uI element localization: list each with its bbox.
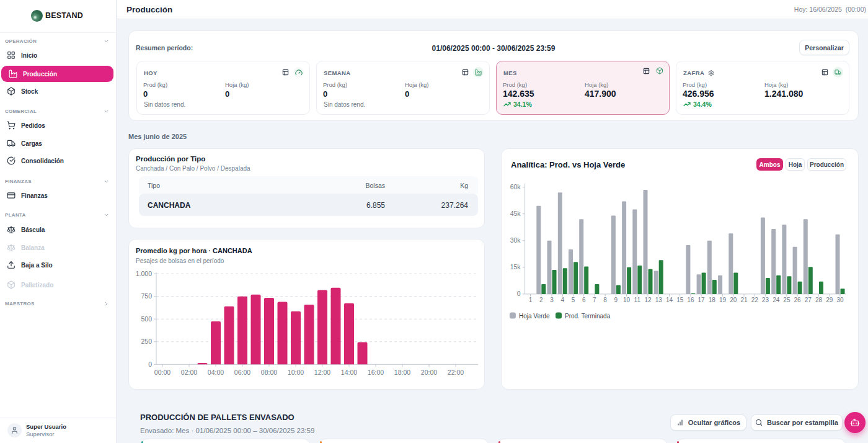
svg-text:250: 250 — [141, 338, 152, 345]
svg-text:23: 23 — [762, 297, 769, 303]
svg-text:4: 4 — [561, 297, 565, 303]
svg-text:18: 18 — [709, 297, 716, 303]
svg-text:22:00: 22:00 — [448, 369, 464, 376]
svg-text:Prod. Terminada: Prod. Terminada — [565, 313, 611, 320]
svg-text:500: 500 — [141, 315, 152, 323]
svg-text:10:00: 10:00 — [288, 369, 304, 376]
svg-text:04:00: 04:00 — [208, 369, 224, 376]
svg-text:0: 0 — [148, 360, 152, 368]
svg-text:2: 2 — [539, 297, 543, 303]
svg-text:14:00: 14:00 — [341, 369, 357, 376]
svg-text:30: 30 — [836, 297, 844, 303]
svg-text:21: 21 — [740, 297, 748, 303]
svg-text:10: 10 — [623, 297, 631, 303]
svg-text:17: 17 — [698, 297, 706, 303]
svg-text:11: 11 — [634, 297, 641, 303]
svg-text:8: 8 — [603, 297, 607, 303]
svg-text:14: 14 — [666, 297, 673, 303]
svg-text:1.000: 1.000 — [136, 270, 152, 277]
svg-text:00:00: 00:00 — [154, 369, 170, 376]
svg-text:08:00: 08:00 — [261, 369, 277, 376]
svg-text:7: 7 — [593, 297, 596, 303]
svg-text:13: 13 — [655, 297, 663, 303]
svg-text:16: 16 — [687, 297, 694, 303]
svg-text:30k: 30k — [510, 236, 521, 244]
svg-text:6: 6 — [582, 297, 586, 303]
svg-text:28: 28 — [815, 297, 823, 303]
svg-text:Hoja Verde: Hoja Verde — [519, 313, 550, 320]
svg-text:19: 19 — [719, 297, 727, 303]
svg-text:20:00: 20:00 — [421, 369, 437, 376]
svg-text:750: 750 — [141, 292, 152, 300]
svg-text:9: 9 — [614, 297, 618, 303]
svg-text:02:00: 02:00 — [181, 369, 197, 376]
svg-text:16:00: 16:00 — [368, 369, 384, 376]
svg-text:26: 26 — [794, 297, 802, 303]
svg-text:12: 12 — [644, 297, 652, 303]
svg-text:18:00: 18:00 — [394, 369, 410, 376]
svg-text:20: 20 — [730, 297, 737, 303]
svg-text:1: 1 — [529, 297, 533, 303]
svg-text:15: 15 — [676, 297, 684, 303]
svg-text:12:00: 12:00 — [314, 369, 330, 376]
svg-text:15k: 15k — [510, 263, 521, 271]
svg-text:29: 29 — [826, 297, 833, 303]
svg-text:24: 24 — [773, 297, 780, 303]
svg-text:22: 22 — [751, 297, 759, 303]
svg-text:60k: 60k — [510, 183, 521, 190]
svg-text:5: 5 — [572, 297, 575, 303]
svg-text:06:00: 06:00 — [234, 369, 250, 376]
svg-text:45k: 45k — [510, 210, 521, 217]
svg-text:27: 27 — [805, 297, 812, 303]
svg-text:0: 0 — [517, 290, 521, 297]
svg-text:25: 25 — [783, 297, 790, 303]
svg-text:3: 3 — [550, 297, 554, 303]
